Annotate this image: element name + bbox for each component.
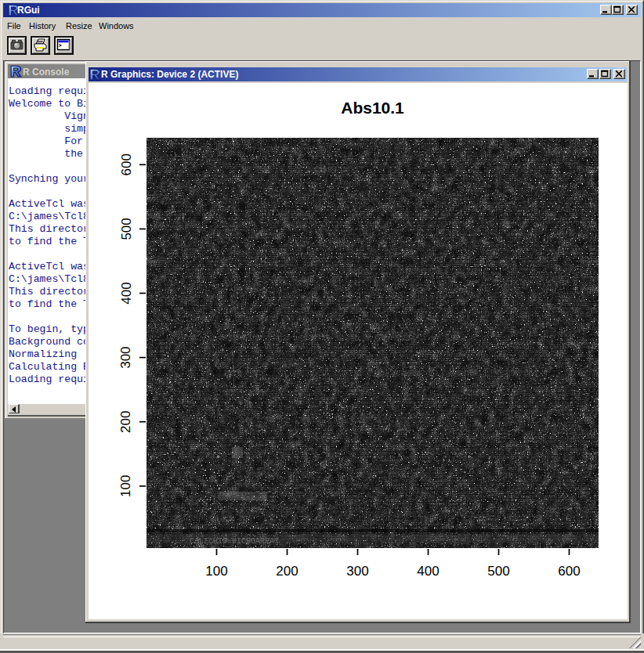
svg-text:600: 600 xyxy=(558,564,580,579)
svg-text:200: 200 xyxy=(276,564,298,579)
svg-text:100: 100 xyxy=(118,475,133,497)
svg-text:400: 400 xyxy=(417,564,439,579)
svg-text:600: 600 xyxy=(119,153,134,175)
svg-text:500: 500 xyxy=(119,218,134,240)
svg-text:300: 300 xyxy=(118,346,133,368)
svg-text:400: 400 xyxy=(119,282,134,304)
svg-text:300: 300 xyxy=(346,564,368,579)
svg-text:500: 500 xyxy=(487,564,509,579)
svg-text:100: 100 xyxy=(205,564,227,579)
svg-text:200: 200 xyxy=(118,411,133,433)
